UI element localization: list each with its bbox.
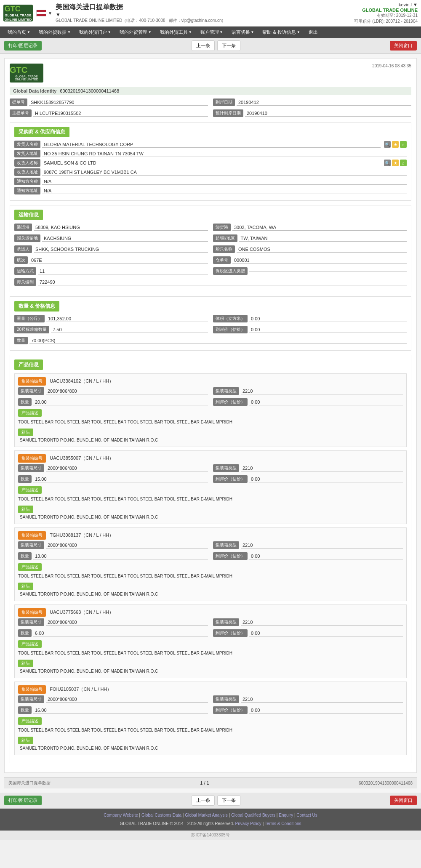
transport-grid: 装运港 58309, KAO HSIUNG 卸货港 3002, TACOMA, … xyxy=(14,224,407,277)
vessel-value: ONE COSMOS xyxy=(237,246,407,253)
type-value-1: 2210 xyxy=(241,388,403,394)
master-bill-label: 主提单号 xyxy=(10,109,32,117)
volume-value: 0.00 xyxy=(249,316,407,322)
footer-terms[interactable]: Terms & Conditions xyxy=(265,821,301,826)
type-label-3: 集装箱类型 xyxy=(213,541,239,549)
price-value-4: 0.00 xyxy=(249,630,403,636)
loading-port-group: 装运港 58309, KAO HSIUNG xyxy=(14,224,208,231)
supplier-section: 采购商 & 供应商信息 发货人名称 GLORIA MATERIAL TECHNO… xyxy=(10,122,411,201)
consignee-star-icon[interactable]: ★ xyxy=(392,160,399,166)
nav-import-data[interactable]: 我的外贸数据 ▼ xyxy=(35,27,75,38)
price-group-1: 到岸价（估价） 0.00 xyxy=(213,398,403,406)
container-num-value-3: TGHU3088137（CN / L / HH） xyxy=(50,533,114,538)
desc-button-3[interactable]: 产品描述 xyxy=(18,563,42,571)
weight-label: 重量（公斤） xyxy=(14,315,45,322)
container-num-value-5: FOIU2105037（CN / L / HH） xyxy=(50,687,112,692)
qty-value-3: 13.00 xyxy=(33,553,208,559)
country-label: 起/目/地区 xyxy=(213,234,237,242)
desc-button-2[interactable]: 产品描述 xyxy=(18,486,42,494)
type-value-2: 2210 xyxy=(241,465,403,471)
mark-button-3[interactable]: 箱头 xyxy=(18,583,33,590)
consignee-actions: 🔍 ★ ⌂ xyxy=(384,160,407,166)
shipper-search-icon[interactable]: 🔍 xyxy=(384,141,391,148)
us-flag-icon xyxy=(36,10,46,16)
mark-btn-row-1: 箱头 xyxy=(18,429,403,436)
mark-btn-row-2: 箱头 xyxy=(18,506,403,513)
bill-no-value: SHKK158912857790 xyxy=(29,99,208,106)
type-group-4: 集装箱类型 2210 xyxy=(213,618,403,626)
nav-portal[interactable]: 我的外贸门户 ▼ xyxy=(75,27,115,38)
cargo-section: 数量 & 价格信息 重量（公斤） 101,352.00 体积（立方米） 0.00… xyxy=(10,296,411,351)
mark-button-4[interactable]: 箱头 xyxy=(18,660,33,667)
voyage-value: 067E xyxy=(29,257,208,264)
qty-group-2: 数量 15.00 xyxy=(18,475,208,483)
close-button-bottom[interactable]: 关闭窗口 xyxy=(390,796,417,805)
price-value-3: 0.00 xyxy=(249,553,403,559)
beian-info: 苏ICP备14033305号 xyxy=(0,831,421,840)
shipper-star-icon[interactable]: ★ xyxy=(392,141,399,148)
mark-button-5[interactable]: 箱头 xyxy=(18,737,33,744)
next-button-bottom[interactable]: 下一条 xyxy=(217,795,240,806)
nav-help[interactable]: 帮助 & 投诉信息 ▼ xyxy=(258,27,304,38)
shipper-addr-label: 发货人地址 xyxy=(14,150,40,157)
doc-header: GTC GLOBAL TRADE ONLINE LIMITED 2019-04-… xyxy=(10,64,411,83)
ftz-value xyxy=(249,271,407,272)
footer-link-customs[interactable]: Global Customs Data xyxy=(141,813,181,817)
nav-logout[interactable]: 退出 xyxy=(304,27,322,38)
unloading-port-group: 卸货港 3002, TACOMA, WA xyxy=(213,224,407,231)
top-header: GTC GLOBAL TRADEONLINE LIMITED ▼ 美国海关进口提… xyxy=(0,0,421,27)
size-value-3: 2000*806*800 xyxy=(46,542,208,548)
footer-link-enquiry[interactable]: Enquiry xyxy=(279,813,293,817)
shipper-value: GLORIA MATERIAL TECHNOLOGY CORP xyxy=(42,141,381,148)
mark-button-2[interactable]: 箱头 xyxy=(18,506,33,513)
footer-link-buyers[interactable]: Global Qualified Buyers xyxy=(231,813,275,817)
prev-button-bottom[interactable]: 上一条 xyxy=(192,795,215,806)
next-button[interactable]: 下一条 xyxy=(217,40,240,51)
desc-btn-row-2: 产品描述 xyxy=(18,486,403,494)
nav-language[interactable]: 语言切换 ▼ xyxy=(227,27,258,38)
product-item-4: 集装箱编号 UACU3775663（CN / L / HH） 集装箱尺寸 200… xyxy=(14,604,407,678)
container-num-label-1: 集装箱编号 xyxy=(18,377,46,386)
type-group-3: 集装箱类型 2210 xyxy=(213,541,403,549)
size-value-5: 2000*806*800 xyxy=(46,696,208,703)
qty-value-5: 16.00 xyxy=(33,707,208,714)
shipper-home-icon[interactable]: ⌂ xyxy=(400,141,407,148)
title-dropdown-arrow[interactable]: ▼ xyxy=(56,12,61,18)
footer-link-company[interactable]: Company Website xyxy=(104,813,138,817)
desc-button-4[interactable]: 产品描述 xyxy=(18,640,42,648)
price-value-2: 0.00 xyxy=(249,476,403,482)
qty-group-4: 数量 6.00 xyxy=(18,629,208,637)
qty-group-3: 数量 13.00 xyxy=(18,552,208,560)
consignee-home-icon[interactable]: ⌂ xyxy=(400,160,407,166)
toolbar-bottom-right: 关闭窗口 xyxy=(390,796,417,805)
notify-addr-label: 通知方地址 xyxy=(14,187,40,194)
unit-price-value: 0.00 xyxy=(249,327,407,333)
mark-btn-row-5: 箱头 xyxy=(18,737,403,744)
nav-account[interactable]: 账户管理 ▼ xyxy=(196,27,227,38)
desc-button-1[interactable]: 产品描述 xyxy=(18,409,42,417)
footer-privacy[interactable]: Privacy Policy xyxy=(235,821,261,826)
product-item-2: 集装箱编号 UACU3855007（CN / L / HH） 集装箱尺寸 200… xyxy=(14,450,407,524)
print-button[interactable]: 打印/图层记录 xyxy=(4,41,42,51)
date-group: 到岸日期 20190412 xyxy=(213,99,411,106)
mark-button-1[interactable]: 箱头 xyxy=(18,429,33,436)
unit-price-label: 到岸价（估价） xyxy=(213,326,248,333)
flag-dropdown[interactable]: ▼ xyxy=(48,11,52,16)
footer-link-contact[interactable]: Contact Us xyxy=(296,813,317,817)
bill-no-group: 提单号 SHKK158912857790 xyxy=(10,99,208,106)
desc-button-5[interactable]: 产品描述 xyxy=(18,717,42,725)
username[interactable]: kevin.l ▼ xyxy=(399,2,418,7)
container-num-value-1: UACU3384102（CN / L / HH） xyxy=(50,378,114,383)
footer-link-market[interactable]: Global Market Analysis xyxy=(185,813,228,817)
size-group-2: 集装箱尺寸 2000*806*800 xyxy=(18,464,208,472)
prev-button[interactable]: 上一条 xyxy=(192,40,215,51)
consignee-search-icon[interactable]: 🔍 xyxy=(384,160,391,166)
departure-label: 报关运输地 xyxy=(14,234,40,242)
nav-management[interactable]: 我的外贸管理 ▼ xyxy=(115,27,156,38)
nav-tools[interactable]: 我的外贸工具 ▼ xyxy=(156,27,196,38)
close-button[interactable]: 关闭窗口 xyxy=(390,41,417,51)
container-num-label-5: 集装箱编号 xyxy=(18,685,46,694)
print-button-bottom[interactable]: 打印/图层记录 xyxy=(4,796,42,805)
weight-value: 101,352.00 xyxy=(46,316,208,322)
nav-home[interactable]: 我的首页 ▼ xyxy=(3,27,35,38)
